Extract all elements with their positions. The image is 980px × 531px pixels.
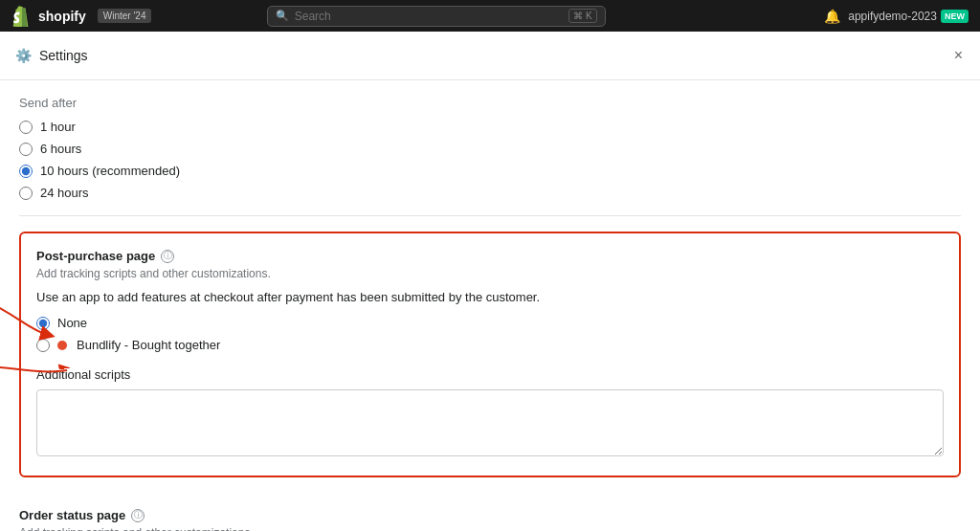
radio-6h[interactable] — [19, 143, 33, 156]
option-none[interactable]: None — [36, 316, 944, 330]
option-bundlify[interactable]: Bundlify - Bought together — [36, 338, 944, 352]
send-after-1h[interactable]: 1 hour — [19, 120, 961, 134]
radio-bundlify[interactable] — [36, 339, 50, 352]
order-status-title-row: Order status page ⓘ — [19, 508, 961, 522]
settings-header-left: ⚙️ Settings — [15, 48, 88, 63]
additional-scripts-textarea[interactable] — [36, 389, 944, 456]
bundlify-dot-icon — [57, 341, 67, 350]
post-purchase-description: Use an app to add features at checkout a… — [36, 290, 944, 304]
send-after-6h-label: 6 hours — [40, 142, 81, 156]
winter-badge: Winter '24 — [98, 9, 152, 23]
order-status-section: Order status page ⓘ Add tracking scripts… — [19, 493, 961, 531]
topbar: shopify Winter '24 🔍 ⌘ K 🔔 appifydemo-20… — [0, 0, 980, 32]
send-after-radio-group: 1 hour 6 hours 10 hours (recommended) 24… — [19, 120, 961, 200]
order-status-title: Order status page — [19, 508, 125, 522]
send-after-label: Send after — [19, 96, 961, 110]
post-purchase-info-icon[interactable]: ⓘ — [161, 250, 174, 263]
option-bundlify-label: Bundlify - Bought together — [77, 338, 220, 352]
topbar-right: 🔔 appifydemo-2023 NEW — [824, 9, 969, 24]
radio-10h[interactable] — [19, 165, 33, 178]
radio-24h[interactable] — [19, 187, 33, 200]
settings-title: Settings — [39, 48, 88, 63]
order-status-subtitle: Add tracking scripts and other customiza… — [19, 526, 961, 531]
shopify-logo: shopify — [11, 6, 86, 27]
send-after-24h[interactable]: 24 hours — [19, 186, 961, 200]
additional-scripts-label: Additional scripts — [36, 367, 944, 382]
send-after-24h-label: 24 hours — [40, 186, 89, 200]
new-badge: NEW — [941, 10, 969, 23]
settings-panel: ⚙️ Settings × Send after 1 hour 6 hours … — [0, 32, 980, 531]
send-after-10h-label: 10 hours (recommended) — [40, 164, 180, 178]
search-bar[interactable]: 🔍 ⌘ K — [267, 6, 606, 27]
search-shortcut: ⌘ K — [568, 9, 596, 23]
post-purchase-wrapper: Fordeactivate For activate — [19, 232, 961, 477]
order-status-info-icon[interactable]: ⓘ — [131, 509, 145, 522]
send-after-section: Send after 1 hour 6 hours 10 hours (reco… — [19, 80, 961, 216]
shopify-text: shopify — [38, 9, 86, 24]
send-after-10h[interactable]: 10 hours (recommended) — [19, 164, 961, 178]
account-name: appifydemo-2023 — [848, 10, 937, 23]
shopify-icon — [11, 6, 33, 27]
notifications-button[interactable]: 🔔 — [824, 9, 840, 24]
radio-none[interactable] — [36, 317, 50, 330]
search-icon: 🔍 — [276, 10, 289, 22]
send-after-1h-label: 1 hour — [40, 120, 76, 134]
post-purchase-title-row: Post-purchase page ⓘ — [36, 249, 944, 263]
gear-icon: ⚙️ — [15, 48, 32, 63]
search-input[interactable] — [295, 10, 564, 23]
post-purchase-subtitle: Add tracking scripts and other customiza… — [36, 267, 944, 280]
close-button[interactable]: × — [952, 45, 965, 66]
radio-1h[interactable] — [19, 121, 33, 134]
content-area: Send after 1 hour 6 hours 10 hours (reco… — [0, 80, 980, 531]
send-after-6h[interactable]: 6 hours — [19, 142, 961, 156]
post-purchase-title: Post-purchase page — [36, 249, 155, 263]
post-purchase-radio-group: None Bundlify - Bought together — [36, 316, 944, 352]
account-button[interactable]: appifydemo-2023 NEW — [848, 10, 969, 23]
settings-header: ⚙️ Settings × — [0, 32, 980, 80]
post-purchase-section: Post-purchase page ⓘ Add tracking script… — [19, 232, 961, 477]
option-none-label: None — [57, 316, 87, 330]
